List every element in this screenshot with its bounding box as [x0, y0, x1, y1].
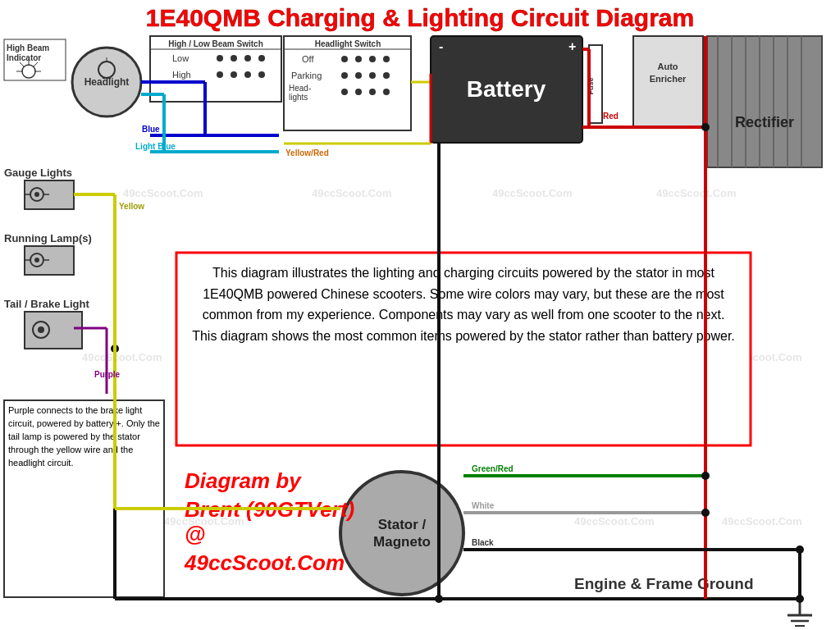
svg-point-145 — [701, 509, 710, 517]
svg-point-51 — [355, 56, 362, 62]
svg-text:Fuse: Fuse — [587, 77, 595, 94]
svg-point-94 — [38, 326, 44, 333]
svg-point-55 — [341, 72, 348, 79]
svg-text:49ccScoot.Com: 49ccScoot.Com — [492, 187, 573, 199]
svg-text:49ccScoot.Com: 49ccScoot.Com — [574, 515, 655, 527]
svg-text:Yellow/Red: Yellow/Red — [285, 148, 329, 158]
svg-rect-33 — [150, 36, 281, 102]
svg-text:Head-: Head- — [289, 84, 311, 93]
svg-text:Parking: Parking — [291, 71, 322, 80]
svg-rect-0 — [0, 0, 840, 630]
svg-point-88 — [34, 258, 39, 262]
svg-text:Magneto: Magneto — [373, 534, 431, 550]
svg-rect-86 — [25, 246, 74, 275]
svg-text:49ccScoot.Com: 49ccScoot.Com — [312, 187, 392, 199]
svg-point-146 — [701, 123, 710, 131]
svg-text:Yellow: Yellow — [119, 202, 144, 211]
svg-point-40 — [258, 55, 265, 62]
svg-text:Indicator: Indicator — [7, 53, 41, 62]
svg-text:Battery: Battery — [467, 76, 546, 102]
svg-rect-80 — [25, 180, 74, 209]
svg-text:Diagram by: Diagram by — [185, 468, 302, 493]
svg-point-95 — [340, 472, 463, 595]
svg-rect-98 — [176, 253, 751, 445]
svg-point-61 — [341, 89, 348, 95]
svg-point-147 — [796, 546, 804, 554]
svg-text:Low: Low — [172, 53, 189, 63]
svg-text:-: - — [439, 39, 443, 53]
circuit-diagram: 49ccScoot.Com 49ccScoot.Com 49ccScoot.Co… — [0, 0, 840, 630]
svg-point-67 — [98, 62, 115, 78]
svg-text:Tail / Brake Light: Tail / Brake Light — [4, 298, 89, 310]
svg-text:High: High — [172, 70, 191, 80]
svg-text:49ccScoot.Com: 49ccScoot.Com — [722, 515, 802, 527]
svg-rect-15 — [431, 36, 582, 143]
svg-text:White: White — [472, 501, 495, 510]
svg-text:Purple: Purple — [94, 370, 121, 379]
svg-point-93 — [33, 322, 49, 338]
svg-text:Brent (90GTVert): Brent (90GTVert) — [185, 497, 354, 522]
svg-text:49ccScoot.Com: 49ccScoot.Com — [246, 351, 326, 363]
svg-point-58 — [383, 72, 390, 79]
svg-text:Headlight Switch: Headlight Switch — [315, 39, 381, 48]
svg-point-42 — [217, 71, 223, 78]
svg-line-77 — [20, 62, 25, 67]
svg-text:49ccScoot.Com: 49ccScoot.Com — [377, 515, 458, 527]
svg-point-82 — [34, 192, 39, 197]
svg-text:Stator /: Stator / — [378, 517, 427, 532]
svg-point-43 — [231, 71, 237, 78]
svg-text:Enricher: Enricher — [650, 74, 687, 84]
svg-point-148 — [796, 595, 804, 603]
svg-text:+: + — [568, 39, 576, 53]
svg-point-81 — [30, 188, 43, 201]
svg-rect-46 — [284, 36, 411, 130]
svg-text:49ccScoot.Com: 49ccScoot.Com — [410, 351, 491, 363]
svg-text:Gauge Lights: Gauge Lights — [4, 167, 72, 179]
svg-point-37 — [217, 55, 223, 62]
svg-text:Black: Black — [472, 538, 494, 547]
svg-text:49ccScoot.Com: 49ccScoot.Com — [574, 351, 655, 363]
svg-rect-92 — [25, 312, 82, 349]
svg-point-45 — [258, 71, 265, 78]
svg-rect-28 — [633, 36, 703, 126]
svg-rect-99 — [4, 400, 164, 597]
svg-point-38 — [231, 55, 237, 62]
svg-rect-19 — [707, 36, 822, 167]
svg-text:49ccScoot.Com: 49ccScoot.Com — [184, 550, 345, 575]
svg-line-78 — [33, 62, 38, 67]
svg-point-111 — [111, 345, 119, 353]
svg-point-63 — [369, 89, 376, 95]
svg-point-52 — [369, 56, 376, 62]
svg-text:lights: lights — [289, 93, 308, 102]
svg-text:Off: Off — [302, 54, 314, 64]
svg-text:49ccScoot.Com: 49ccScoot.Com — [123, 187, 203, 199]
svg-text:Rectifier: Rectifier — [735, 114, 794, 130]
svg-point-73 — [22, 65, 35, 78]
svg-point-57 — [369, 72, 376, 79]
svg-text:1E40QMB Charging & Lighting Ci: 1E40QMB Charging & Lighting Circuit Diag… — [146, 4, 694, 31]
svg-point-50 — [341, 56, 348, 62]
svg-text:49ccScoot.Com: 49ccScoot.Com — [82, 351, 162, 363]
svg-text:@: @ — [185, 522, 205, 546]
svg-text:Blue: Blue — [142, 125, 160, 134]
svg-text:Light Blue: Light Blue — [135, 142, 176, 151]
svg-text:High Beam: High Beam — [7, 43, 49, 52]
svg-point-65 — [72, 48, 141, 116]
svg-point-62 — [355, 89, 362, 95]
svg-point-87 — [30, 253, 43, 267]
svg-text:Green/Red: Green/Red — [472, 464, 514, 473]
svg-point-150 — [435, 595, 443, 603]
svg-text:Running Lamp(s): Running Lamp(s) — [4, 232, 92, 244]
svg-text:49ccScoot.Com: 49ccScoot.Com — [656, 187, 737, 199]
svg-point-44 — [244, 71, 251, 78]
svg-text:Red: Red — [603, 112, 619, 121]
svg-text:49ccScoot.Com: 49ccScoot.Com — [164, 515, 244, 527]
svg-text:Auto: Auto — [657, 62, 678, 71]
svg-point-39 — [244, 55, 251, 62]
svg-point-53 — [383, 56, 390, 62]
svg-rect-70 — [4, 39, 66, 80]
svg-point-64 — [383, 89, 390, 95]
svg-text:Headlight: Headlight — [84, 76, 130, 88]
svg-point-144 — [701, 472, 710, 480]
svg-text:High / Low Beam Switch: High / Low Beam Switch — [168, 39, 263, 48]
